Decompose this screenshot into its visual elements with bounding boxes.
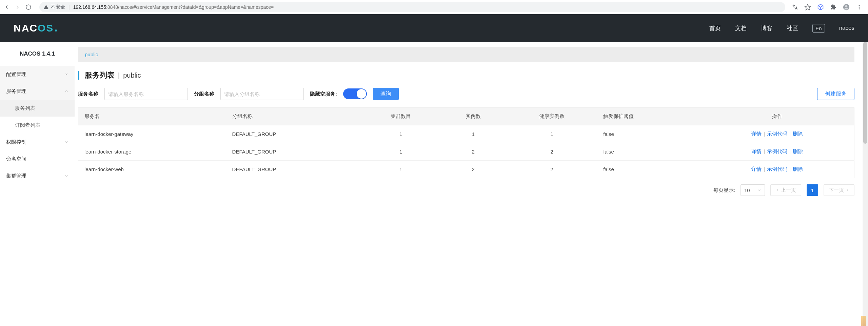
top-nav: 首页 文档 博客 社区 En nacos	[709, 24, 854, 33]
next-page-button[interactable]: 下一页	[824, 184, 854, 196]
svg-point-4	[859, 6, 860, 7]
browser-toolbar: 不安全 | 192.168.64.155:8848/nacos/#/servic…	[0, 0, 868, 14]
sidebar-item-label: 订阅者列表	[15, 122, 40, 128]
page-size-select[interactable]: 10	[741, 184, 765, 196]
th-name: 服务名	[78, 108, 226, 125]
back-button[interactable]	[3, 4, 10, 11]
chevron-down-icon	[64, 174, 68, 178]
group-name-input[interactable]	[220, 88, 304, 100]
op-sample[interactable]: 示例代码	[767, 148, 787, 154]
main-content: public 服务列表 | public 服务名称 分组名称 隐藏空服务: 查询…	[75, 42, 868, 326]
sidebar-item-service-list[interactable]: 服务列表	[0, 100, 75, 117]
service-table: 服务名 分组名称 集群数目 实例数 健康实例数 触发保护阈值 操作 learn-…	[78, 107, 854, 178]
sidebar-item-service-mgr[interactable]: 服务管理	[0, 83, 75, 100]
th-clusters: 集群数目	[361, 108, 440, 125]
cell-instances: 2	[440, 143, 506, 161]
sidebar-item-label: 服务列表	[15, 105, 35, 111]
namespace-tabbar: public	[78, 47, 854, 62]
address-separator: |	[68, 4, 70, 10]
svg-point-3	[859, 5, 860, 6]
browser-actions	[791, 4, 865, 11]
kebab-menu-icon[interactable]	[856, 4, 863, 11]
sidebar-item-label: 命名空间	[6, 156, 26, 162]
sidebar-item-label: 配置管理	[6, 71, 26, 78]
cell-instances: 2	[440, 161, 506, 178]
cell-group: DEFAULT_GROUP	[226, 161, 362, 178]
th-group: 分组名称	[226, 108, 362, 125]
cell-group: DEFAULT_GROUP	[226, 125, 362, 143]
prev-page-button[interactable]: 上一页	[770, 184, 801, 196]
nav-blog[interactable]: 博客	[761, 24, 772, 32]
sidebar-item-label: 服务管理	[6, 88, 26, 95]
user-label[interactable]: nacos	[839, 25, 854, 32]
cell-threshold: false	[597, 143, 700, 161]
chevron-up-icon	[64, 89, 68, 93]
cell-name: learn-docker-gateway	[78, 125, 226, 143]
cell-ops: 详情|示例代码|删除	[700, 125, 854, 143]
scrollbar[interactable]	[863, 42, 868, 326]
cell-clusters: 1	[361, 125, 440, 143]
sidebar-item-label: 集群管理	[6, 173, 26, 179]
forward-button[interactable]	[14, 4, 21, 11]
table-row: learn-docker-gatewayDEFAULT_GROUP111fals…	[78, 125, 854, 143]
th-threshold: 触发保护阈值	[597, 108, 700, 125]
page-size-value: 10	[744, 187, 750, 193]
tab-public[interactable]: public	[85, 52, 98, 57]
service-name-input[interactable]	[104, 88, 188, 100]
cell-healthy: 2	[506, 161, 597, 178]
hide-empty-toggle[interactable]	[343, 88, 367, 99]
sidebar-title: NACOS 1.4.1	[0, 42, 75, 66]
insecure-warning: 不安全	[43, 4, 65, 10]
profile-icon[interactable]	[843, 4, 850, 11]
page-title: 服务列表 | public	[78, 70, 854, 80]
op-delete[interactable]: 删除	[793, 131, 803, 137]
sidebar-item-subscriber-list[interactable]: 订阅者列表	[0, 117, 75, 134]
cell-ops: 详情|示例代码|删除	[700, 161, 854, 178]
sidebar-item-label: 权限控制	[6, 139, 26, 145]
cell-threshold: false	[597, 161, 700, 178]
cell-group: DEFAULT_GROUP	[226, 143, 362, 161]
nav-community[interactable]: 社区	[787, 24, 798, 32]
title-divider: |	[118, 72, 120, 79]
cell-name: learn-docker-web	[78, 161, 226, 178]
chevron-right-icon	[845, 188, 849, 192]
sidebar-item-config-mgr[interactable]: 配置管理	[0, 66, 75, 83]
nacos-logo[interactable]: NACOS	[14, 22, 57, 34]
url-text: 192.168.64.155:8848/nacos/#/serviceManag…	[73, 4, 274, 10]
sidebar-item-cluster-mgr[interactable]: 集群管理	[0, 167, 75, 184]
cell-name: learn-docker-storage	[78, 143, 226, 161]
sidebar-item-namespace[interactable]: 命名空间	[0, 150, 75, 167]
op-detail[interactable]: 详情	[751, 131, 762, 137]
table-row: learn-docker-storageDEFAULT_GROUP122fals…	[78, 143, 854, 161]
address-bar[interactable]: 不安全 | 192.168.64.155:8848/nacos/#/servic…	[39, 2, 785, 12]
chevron-left-icon	[775, 188, 780, 192]
nav-home[interactable]: 首页	[709, 24, 721, 32]
op-delete[interactable]: 删除	[793, 148, 803, 154]
cell-threshold: false	[597, 125, 700, 143]
op-delete[interactable]: 删除	[793, 166, 803, 172]
op-sample[interactable]: 示例代码	[767, 166, 787, 172]
insecure-label: 不安全	[51, 4, 65, 10]
op-detail[interactable]: 详情	[751, 148, 762, 154]
page-number-current[interactable]: 1	[807, 184, 818, 196]
sidebar: NACOS 1.4.1 配置管理 服务管理 服务列表 订阅者列表 权限控制 命名…	[0, 42, 75, 326]
cell-instances: 1	[440, 125, 506, 143]
chevron-down-icon	[64, 140, 68, 144]
nav-docs[interactable]: 文档	[735, 24, 747, 32]
reload-button[interactable]	[25, 4, 32, 11]
query-button[interactable]: 查询	[373, 88, 399, 100]
group-name-label: 分组名称	[194, 91, 214, 97]
op-sample[interactable]: 示例代码	[767, 131, 787, 137]
cube-icon[interactable]	[817, 4, 824, 11]
star-icon[interactable]	[804, 4, 811, 11]
create-service-button[interactable]: 创建服务	[817, 88, 854, 100]
title-main: 服务列表	[85, 70, 115, 80]
th-instances: 实例数	[440, 108, 506, 125]
sidebar-item-perm-ctrl[interactable]: 权限控制	[0, 134, 75, 150]
table-row: learn-docker-webDEFAULT_GROUP122false详情|…	[78, 161, 854, 178]
extensions-icon[interactable]	[830, 4, 837, 11]
op-detail[interactable]: 详情	[751, 166, 762, 172]
svg-point-2	[845, 5, 848, 7]
translate-icon[interactable]	[791, 4, 798, 11]
lang-toggle[interactable]: En	[812, 24, 825, 33]
